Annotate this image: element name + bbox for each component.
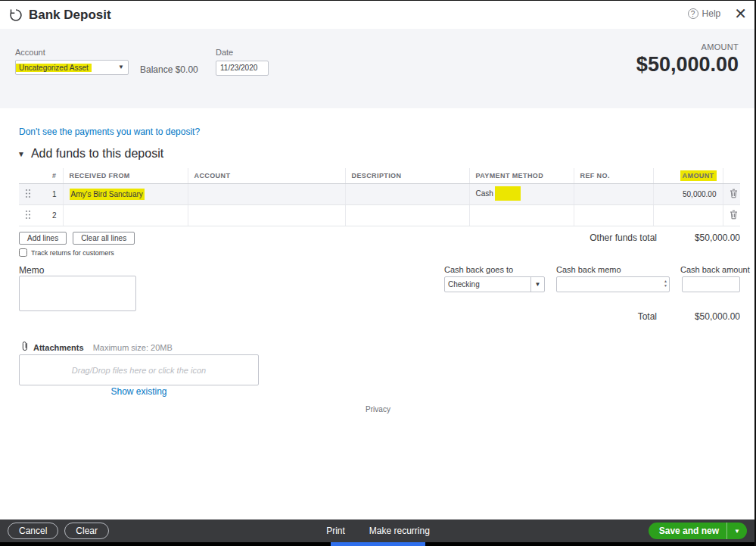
amount-label: AMOUNT [636, 42, 739, 51]
cash-back-amount-input[interactable] [682, 276, 740, 292]
footer-bar: Cancel Clear Print Make recurring Save a… [0, 519, 756, 542]
deposit-icon [8, 7, 24, 23]
attachments-dropzone[interactable]: Drag/Drop files here or click the icon [19, 354, 259, 385]
header: Bank Deposit ? Help ✕ [0, 1, 756, 29]
amount-cell[interactable]: 50,000.00 [653, 184, 723, 205]
attachments-label: Attachments [33, 343, 84, 352]
total-label: Total [638, 311, 657, 322]
cash-back-amount-label: Cash back amount [680, 265, 750, 274]
drag-handle[interactable] [19, 205, 37, 226]
chevron-down-icon: ▼ [118, 64, 124, 70]
collapse-triangle-icon: ▼ [17, 150, 25, 158]
col-payment-method: PAYMENT METHOD [469, 168, 574, 184]
payment-method-cell[interactable] [469, 205, 574, 226]
other-funds-total-value: $50,000.00 [657, 232, 740, 243]
save-and-new-button[interactable]: Save and new ▼ [649, 523, 747, 539]
bank-deposit-page: Bank Deposit ? Help ✕ Account Uncategori… [0, 0, 756, 546]
amount-value: $50,000.00 [636, 53, 739, 76]
track-returns-checkbox[interactable] [19, 248, 27, 257]
make-recurring-button[interactable]: Make recurring [369, 526, 430, 536]
col-received-from: RECEIVED FROM [63, 168, 188, 184]
received-from-cell[interactable] [63, 205, 188, 226]
add-funds-section-toggle[interactable]: ▼ Add funds to this deposit [17, 147, 163, 161]
table-row: 1 Amy's Bird Sanctuary Cash 50,000.00 [19, 184, 740, 205]
drag-column-header [19, 168, 37, 184]
add-lines-button[interactable]: Add lines [19, 232, 67, 245]
account-cell[interactable] [188, 205, 345, 226]
ref-no-cell[interactable] [574, 205, 653, 226]
track-returns-label: Track returns for customers [31, 249, 114, 257]
row-number: 1 [37, 184, 63, 205]
print-button[interactable]: Print [326, 526, 345, 536]
paperclip-icon [21, 341, 29, 354]
help-label: Help [702, 8, 721, 19]
memo-textarea[interactable] [19, 276, 136, 311]
clear-all-lines-button[interactable]: Clear all lines [73, 232, 135, 245]
page-title: Bank Deposit [29, 8, 111, 23]
cancel-button[interactable]: Cancel [8, 523, 58, 539]
show-existing-link[interactable]: Show existing [19, 386, 259, 397]
attachments-max-size: Maximum size: 20MB [93, 343, 173, 352]
amount-cell[interactable] [653, 205, 723, 226]
account-label: Account [15, 48, 129, 57]
ref-no-cell[interactable] [574, 184, 653, 205]
row-number: 2 [37, 205, 63, 226]
taskbar-strip [0, 542, 756, 546]
add-funds-title: Add funds to this deposit [31, 147, 163, 161]
balance-text: Balance $0.00 [140, 64, 198, 75]
stepper-icons[interactable]: ▲▼ [664, 279, 667, 288]
taskbar-indicator [331, 542, 425, 546]
received-from-cell[interactable]: Amy's Bird Sanctuary [63, 184, 188, 205]
description-cell[interactable] [345, 184, 469, 205]
date-input[interactable] [216, 61, 269, 76]
cash-back-goes-to-value: Checking [445, 280, 483, 289]
chevron-down-icon: ▼ [530, 277, 544, 292]
total-value: $50,000.00 [657, 311, 740, 322]
window-edge-top [0, 0, 756, 1]
chevron-down-icon[interactable]: ▼ [727, 528, 747, 535]
cash-back-memo-input[interactable]: ▲▼ [556, 276, 670, 292]
trash-column-header [723, 168, 740, 184]
account-cell[interactable] [188, 184, 345, 205]
close-icon[interactable]: ✕ [734, 6, 747, 21]
help-icon: ? [688, 8, 698, 19]
col-ref-no: REF NO. [574, 168, 653, 184]
payments-link[interactable]: Don't see the payments you want to depos… [19, 126, 200, 137]
account-select-value: Uncategorized Asset [16, 64, 92, 72]
save-and-new-label: Save and new [649, 526, 726, 536]
cash-back-goes-to-select[interactable]: Checking ▼ [444, 276, 545, 292]
payment-method-cell[interactable]: Cash [469, 184, 574, 205]
col-amount: AMOUNT [653, 168, 723, 184]
top-summary-band: Account Uncategorized Asset ▼ Balance $0… [0, 29, 756, 108]
table-row: 2 [19, 205, 740, 226]
track-returns-row: Track returns for customers [19, 248, 114, 257]
col-num: # [37, 168, 63, 184]
account-select[interactable]: Uncategorized Asset ▼ [15, 60, 129, 75]
date-label: Date [216, 48, 269, 57]
delete-line-button[interactable] [723, 205, 740, 226]
deposit-lines-table: # RECEIVED FROM ACCOUNT DESCRIPTION PAYM… [19, 168, 740, 226]
memo-label: Memo [19, 265, 44, 276]
col-description: DESCRIPTION [345, 168, 469, 184]
description-cell[interactable] [345, 205, 469, 226]
other-funds-total-label: Other funds total [590, 232, 657, 243]
cash-back-memo-label: Cash back memo [556, 265, 621, 274]
clear-button[interactable]: Clear [64, 523, 109, 539]
highlight-marker [495, 186, 521, 201]
help-button[interactable]: ? Help [688, 8, 721, 19]
privacy-link[interactable]: Privacy [0, 405, 756, 413]
delete-line-button[interactable] [723, 184, 740, 205]
col-account: ACCOUNT [188, 168, 345, 184]
dropzone-text: Drag/Drop files here or click the icon [72, 366, 206, 375]
drag-handle[interactable] [19, 184, 37, 205]
cash-back-goes-to-label: Cash back goes to [444, 265, 513, 274]
